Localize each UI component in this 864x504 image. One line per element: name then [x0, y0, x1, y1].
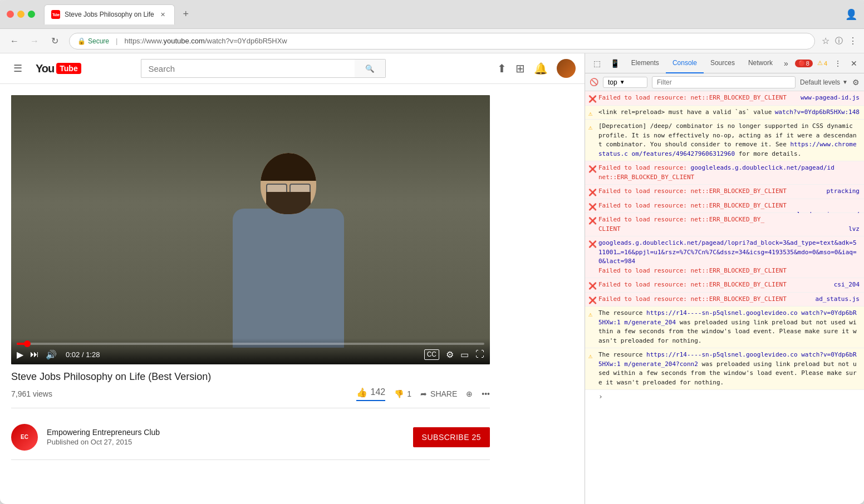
more-tabs-button[interactable]: »: [779, 59, 793, 68]
new-tab-button[interactable]: +: [177, 7, 195, 22]
error-icon: ❌: [588, 202, 597, 212]
tab-network[interactable]: Network: [742, 53, 779, 73]
info-icon[interactable]: ⓘ: [835, 36, 843, 46]
message-text: googleads.g.doubleclick.net/pagead/lopri…: [598, 239, 857, 274]
url-separator: |: [114, 37, 120, 45]
upload-icon[interactable]: ⬆: [497, 62, 507, 75]
person-figure: [194, 153, 383, 348]
inspect-element-button[interactable]: ⬚: [590, 56, 605, 71]
console-prompt[interactable]: ›: [585, 390, 864, 403]
error-icon: ❌: [588, 94, 597, 104]
youtube-header: ☰ You Tube 🔍 ⬆ ⊞ 🔔: [0, 53, 585, 84]
url-text: https://www.youtube.com/watch?v=0Ydp6bR5…: [124, 37, 287, 45]
message-link[interactable]: ad_status.js: [816, 295, 860, 304]
tab-elements[interactable]: Elements: [625, 53, 666, 73]
message-link[interactable]: www-pagead-id.js: [801, 93, 860, 103]
back-button[interactable]: ←: [7, 33, 22, 49]
error-icon: ❌: [588, 281, 597, 291]
error-icon: ❌: [588, 239, 597, 249]
context-label: top: [608, 78, 617, 86]
notifications-icon[interactable]: 🔔: [534, 62, 548, 75]
subscribe-button[interactable]: SUBSCRIBE 25: [413, 427, 490, 447]
more-icon: •••: [482, 389, 490, 398]
devtools-toolbar-right: 🔴 8 ⚠ 4 ⋮ ✕: [795, 57, 860, 70]
progress-bar[interactable]: [17, 343, 484, 345]
tab-sources[interactable]: Sources: [704, 53, 742, 73]
youtube-menu-icon[interactable]: ☰: [9, 58, 27, 79]
youtube-page: ☰ You Tube 🔍 ⬆ ⊞ 🔔: [0, 53, 585, 504]
video-title: Steve Jobs Philosophy on Life (Best Vers…: [11, 371, 490, 383]
prompt-arrow-icon: ›: [598, 392, 603, 401]
address-bar: ← → ↻ 🔒 Secure | https://www.youtube.com…: [0, 29, 864, 53]
device-toggle-button[interactable]: 📱: [607, 56, 622, 71]
warning-badge[interactable]: ⚠ 4: [817, 60, 827, 67]
theater-button[interactable]: ▭: [460, 349, 469, 360]
devtools-settings-icon[interactable]: ⋮: [832, 57, 844, 70]
warning-triangle-icon: ⚠: [817, 60, 823, 67]
video-player[interactable]: ▶ ⏭ 🔊 0:02 / 1:28 CC ⚙ ▭ ⛶: [11, 95, 490, 364]
message-link[interactable]: watch?v=0Ydp6bR5HXw:148: [775, 108, 860, 117]
youtube-logo-tube: Tube: [56, 63, 81, 74]
error-badge[interactable]: 🔴 8: [795, 60, 813, 67]
next-button[interactable]: ⏭: [30, 349, 39, 359]
close-button[interactable]: [7, 11, 14, 18]
console-clear-button[interactable]: 🚫: [590, 78, 598, 86]
refresh-button[interactable]: ↻: [47, 33, 62, 49]
deprecation-link[interactable]: https://www.chromestatus.c om/features/4…: [598, 141, 857, 157]
person-body: [233, 209, 344, 348]
search-button[interactable]: 🔍: [355, 59, 386, 78]
warning-count: 4: [824, 60, 827, 67]
progress-dot: [24, 340, 31, 347]
apps-icon[interactable]: ⊞: [516, 62, 525, 75]
fullscreen-button[interactable]: ⛶: [475, 349, 484, 360]
bookmark-icon[interactable]: ☆: [822, 36, 829, 46]
console-message: ⚠ The resource https://r14----sn-p5qlsne…: [585, 307, 864, 348]
like-button[interactable]: 👍 142: [356, 387, 386, 401]
devtools-close-button[interactable]: ✕: [848, 57, 860, 70]
youtube-logo[interactable]: You Tube: [36, 62, 81, 75]
forward-button[interactable]: →: [27, 33, 42, 49]
user-avatar[interactable]: [557, 59, 576, 78]
tab-console[interactable]: Console: [666, 53, 704, 73]
console-settings-icon[interactable]: ⚙: [852, 78, 860, 87]
console-message: ❌ Failed to load resource: net::ERR_BLOC…: [585, 185, 864, 199]
dislike-button[interactable]: 👎 1: [394, 389, 411, 398]
message-link[interactable]: lvz: [848, 225, 860, 234]
minimize-button[interactable]: [17, 11, 24, 18]
play-button[interactable]: ▶: [17, 349, 23, 360]
context-selector[interactable]: top ▼: [603, 77, 647, 88]
error-icon: ❌: [588, 295, 597, 305]
share-button[interactable]: ➦ SHARE: [420, 389, 457, 398]
error-resource-link[interactable]: googleads.g.doubleclick.net/pagead/lopri…: [598, 239, 857, 265]
message-link[interactable]: ptracking: [826, 187, 860, 196]
search-input[interactable]: [141, 59, 355, 78]
tab-close-button[interactable]: ✕: [159, 10, 168, 19]
active-tab[interactable]: Tube Steve Jobs Philosophy on Life ✕: [44, 4, 175, 24]
filter-input[interactable]: [652, 76, 796, 88]
maximize-button[interactable]: [28, 11, 35, 18]
like-count: 142: [371, 387, 386, 397]
channel-avatar[interactable]: EC: [11, 424, 38, 451]
preload-link3[interactable]: https://r14----sn-p5qlsnel.googlevideo.c…: [646, 351, 798, 358]
volume-button[interactable]: 🔊: [46, 349, 57, 360]
url-protocol: https://www.: [124, 37, 163, 45]
user-profile-icon[interactable]: 👤: [845, 8, 857, 21]
more-button[interactable]: •••: [482, 389, 490, 398]
browser-menu-icon[interactable]: ⋮: [848, 36, 857, 46]
add-button[interactable]: ⊕: [466, 389, 473, 398]
thumbs-up-icon: 👍: [356, 387, 367, 398]
error-resource-link[interactable]: googleleads.g.doubleclick.net/pagead/id: [691, 164, 834, 171]
preload-link1[interactable]: https://r14----sn-p5qlsnel.googlevideo.c…: [646, 309, 798, 317]
youtube-logo-you: You: [36, 62, 54, 75]
share-icon: ➦: [420, 389, 427, 398]
message-text: Failed to load resource: net::ERR_BLOCKE…: [598, 202, 787, 209]
channel-published: Published on Oct 27, 2015: [47, 438, 404, 446]
channel-name[interactable]: Empowering Entrepreneurs Club: [47, 428, 404, 437]
right-controls: CC ⚙ ▭ ⛶: [424, 349, 484, 360]
url-bar[interactable]: 🔒 Secure | https://www.youtube.com/watch…: [69, 33, 815, 50]
settings-button[interactable]: ⚙: [446, 349, 454, 360]
levels-selector[interactable]: Default levels ▼: [800, 78, 848, 86]
message-link[interactable]: csi_204: [834, 280, 860, 290]
video-info: Steve Jobs Philosophy on Life (Best Vers…: [11, 364, 490, 415]
cc-button[interactable]: CC: [424, 349, 439, 360]
